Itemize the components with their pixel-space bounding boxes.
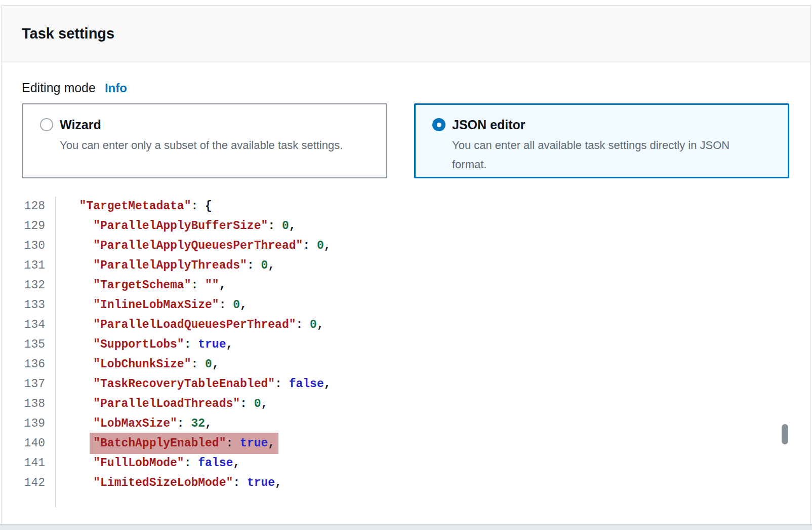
line-number: 133 [2, 295, 56, 315]
code-text: "BatchApplyEnabled": true, [56, 434, 275, 453]
tile-json-editor-description: You can enter all available task setting… [452, 136, 762, 174]
code-text: "FullLobMode": false, [56, 453, 240, 473]
code-line[interactable]: 141 "FullLobMode": false, [2, 453, 790, 473]
line-number: 132 [2, 276, 56, 295]
code-text: "TargetSchema": "", [56, 276, 226, 295]
code-text: "LobMaxSize": 32, [56, 414, 212, 434]
tile-wizard-description: You can enter only a subset of the avail… [60, 136, 343, 155]
code-text: "SupportLobs": true, [56, 335, 233, 355]
code-text: "ParallelLoadThreads": 0, [56, 394, 268, 414]
line-number: 140 [2, 434, 56, 453]
panel-body: Editing mode Info Wizard You can enter o… [2, 62, 810, 507]
json-code-editor[interactable]: 128 "TargetMetadata": {129 "ParallelAppl… [2, 197, 790, 507]
code-line[interactable]: 142 "LimitedSizeLobMode": true, [2, 473, 790, 493]
page-title: Task settings [22, 25, 114, 42]
line-number: 128 [2, 197, 56, 216]
code-text: "TaskRecoveryTableEnabled": false, [56, 374, 331, 394]
code-line[interactable]: 134 "ParallelLoadQueuesPerThread": 0, [2, 315, 790, 335]
line-number: 142 [2, 473, 56, 493]
code-line[interactable]: 131 "ParallelApplyThreads": 0, [2, 256, 790, 276]
line-number: 136 [2, 355, 56, 374]
line-number: 135 [2, 335, 56, 355]
panel-header: Task settings [2, 6, 810, 62]
line-number: 134 [2, 315, 56, 335]
code-line[interactable]: 135 "SupportLobs": true, [2, 335, 790, 355]
code-text: "ParallelApplyQueuesPerThread": 0, [56, 236, 331, 256]
code-text: "LobChunkSize": 0, [56, 355, 219, 374]
bottom-divider [0, 524, 812, 530]
line-number: 137 [2, 374, 56, 394]
code-text: "ParallelLoadQueuesPerThread": 0, [56, 315, 324, 335]
radio-unselected-icon[interactable] [40, 118, 53, 131]
code-line[interactable]: 129 "ParallelApplyBufferSize": 0, [2, 216, 790, 236]
code-line[interactable]: 140 "BatchApplyEnabled": true, [2, 434, 790, 453]
radio-selected-icon[interactable] [432, 118, 445, 131]
line-number: 130 [2, 236, 56, 256]
tile-json-editor-text: JSON editor You can enter all available … [452, 117, 762, 174]
code-line[interactable]: 136 "LobChunkSize": 0, [2, 355, 790, 374]
tile-json-editor-label: JSON editor [452, 117, 762, 133]
gutter-tail [2, 493, 790, 507]
code-line[interactable]: 130 "ParallelApplyQueuesPerThread": 0, [2, 236, 790, 256]
code-line[interactable]: 128 "TargetMetadata": { [2, 197, 790, 216]
highlighted-code: "BatchApplyEnabled": true, [90, 433, 278, 454]
editing-mode-tiles: Wizard You can enter only a subset of th… [22, 103, 790, 178]
code-line[interactable]: 137 "TaskRecoveryTableEnabled": false, [2, 374, 790, 394]
code-line[interactable]: 139 "LobMaxSize": 32, [2, 414, 790, 434]
tile-json-editor[interactable]: JSON editor You can enter all available … [414, 103, 789, 178]
tile-wizard-label: Wizard [60, 117, 343, 133]
info-link[interactable]: Info [105, 81, 127, 95]
task-settings-panel: Task settings Editing mode Info Wizard Y… [1, 5, 811, 525]
code-line[interactable]: 132 "TargetSchema": "", [2, 276, 790, 295]
code-line[interactable]: 138 "ParallelLoadThreads": 0, [2, 394, 790, 414]
tile-wizard[interactable]: Wizard You can enter only a subset of th… [22, 103, 387, 178]
code-text: "ParallelApplyBufferSize": 0, [56, 216, 296, 236]
editing-mode-row: Editing mode Info [22, 81, 790, 95]
line-number: 129 [2, 216, 56, 236]
line-number: 131 [2, 256, 56, 276]
code-text: "TargetMetadata": { [56, 197, 212, 216]
scrollbar-thumb[interactable] [782, 424, 788, 444]
tile-wizard-text: Wizard You can enter only a subset of th… [60, 117, 343, 155]
line-number: 138 [2, 394, 56, 414]
code-text: "InlineLobMaxSize": 0, [56, 295, 247, 315]
editing-mode-label: Editing mode [22, 81, 96, 95]
code-text: "ParallelApplyThreads": 0, [56, 256, 275, 276]
code-line[interactable]: 133 "InlineLobMaxSize": 0, [2, 295, 790, 315]
code-text: "LimitedSizeLobMode": true, [56, 473, 282, 493]
line-number: 141 [2, 453, 56, 473]
line-number: 139 [2, 414, 56, 434]
